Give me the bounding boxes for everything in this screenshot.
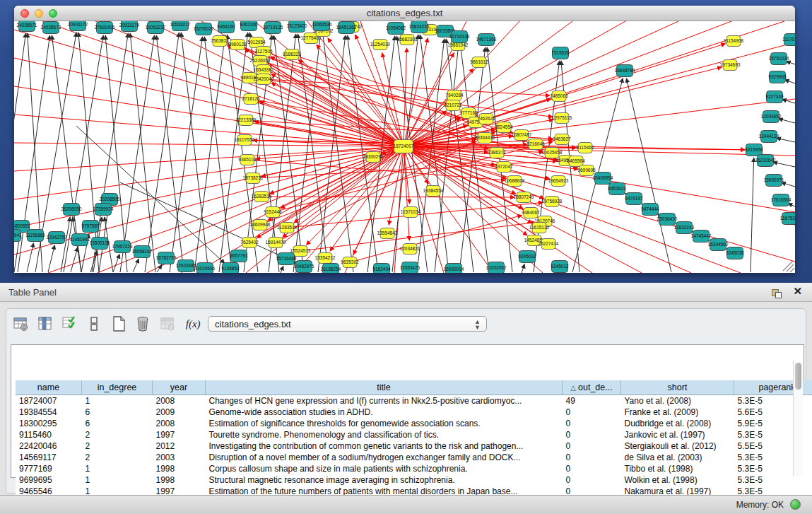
- graph-node[interactable]: 7485063: [550, 91, 568, 102]
- graph-node[interactable]: 12975115: [552, 113, 572, 124]
- table-row[interactable]: 1872400712008Changes of HCN gene express…: [16, 395, 812, 407]
- table-mode-icon[interactable]: [12, 315, 30, 333]
- table-cell[interactable]: 0: [563, 452, 621, 463]
- graph-node[interactable]: 10482975: [294, 261, 314, 273]
- graph-node[interactable]: 11553425: [400, 262, 420, 274]
- graph-node[interactable]: 9245032: [518, 251, 536, 263]
- graph-node[interactable]: 15682303: [397, 35, 418, 45]
- graph-node[interactable]: 16648784: [615, 65, 635, 77]
- graph-node[interactable]: 22060534: [312, 21, 332, 31]
- table-cell[interactable]: 1: [82, 463, 153, 474]
- table-row[interactable]: 969969511998Structural magnetic resonanc…: [16, 474, 812, 486]
- graph-node[interactable]: 9365103: [238, 155, 257, 165]
- graph-node[interactable]: 15276022: [194, 23, 214, 35]
- graph-node[interactable]: 4372047: [495, 162, 513, 173]
- graph-node[interactable]: 15930014: [444, 264, 464, 274]
- column-header-short[interactable]: short: [621, 380, 734, 395]
- column-header-name[interactable]: name: [16, 380, 82, 395]
- table-cell[interactable]: 2008: [153, 395, 206, 407]
- graph-node[interactable]: 9210722: [444, 100, 462, 111]
- graph-node[interactable]: 9162494: [372, 264, 391, 274]
- table-cell[interactable]: 19384554: [16, 407, 82, 418]
- table-row[interactable]: 2242004622012Investigating the contribut…: [16, 440, 812, 452]
- clear-selection-icon[interactable]: [85, 315, 103, 333]
- table-cell[interactable]: 2008: [153, 418, 206, 429]
- graph-node[interactable]: 14609948: [250, 220, 271, 230]
- graph-node[interactable]: 9152446: [264, 207, 282, 218]
- column-header-title[interactable]: title: [206, 380, 563, 395]
- table-cell[interactable]: 0: [563, 407, 621, 418]
- function-builder-icon[interactable]: f(x): [182, 315, 204, 333]
- graph-node[interactable]: 9797587: [81, 221, 100, 233]
- column-header-in-degree[interactable]: in_degree: [82, 380, 153, 395]
- graph-node[interactable]: 11451941: [70, 234, 90, 246]
- graph-node[interactable]: 9227349: [765, 91, 784, 103]
- graph-node[interactable]: 8215958: [745, 144, 763, 156]
- graph-node[interactable]: 6479197: [625, 193, 643, 205]
- graph-node[interactable]: 23364436: [475, 133, 495, 144]
- graph-node[interactable]: 11054082: [386, 23, 406, 35]
- graph-node[interactable]: 11571034: [401, 207, 421, 218]
- table-selector-dropdown[interactable]: citations_edges.txt ▲▼: [208, 316, 487, 332]
- table-cell[interactable]: 0: [563, 474, 621, 486]
- graph-node[interactable]: 9329966: [768, 71, 787, 83]
- graph-node[interactable]: 13554843: [377, 228, 398, 239]
- table-row[interactable]: 1938455462009Genome-wide association stu…: [16, 407, 812, 418]
- table-cell[interactable]: Tourette syndrome. Phenomenology and cla…: [206, 429, 563, 440]
- graph-node[interactable]: 17957223: [112, 241, 133, 253]
- graph-node[interactable]: 11675330: [780, 213, 795, 225]
- graph-node[interactable]: 25227414: [539, 239, 559, 250]
- graph-node[interactable]: 9136853: [221, 263, 240, 274]
- graph-node[interactable]: 20931174: [119, 21, 140, 32]
- graph-node[interactable]: 11170324: [782, 34, 795, 46]
- graph-node[interactable]: 9463627: [553, 134, 571, 145]
- table-cell[interactable]: 2: [82, 429, 153, 440]
- table-scrollbar[interactable]: [793, 361, 803, 476]
- graph-node[interactable]: 15716485: [276, 253, 297, 265]
- graph-node[interactable]: 18738231: [243, 173, 264, 184]
- graph-node[interactable]: 7462626: [477, 114, 495, 124]
- graph-node[interactable]: 18724007: [394, 140, 414, 153]
- table-cell[interactable]: 2012: [153, 440, 206, 452]
- table-cell[interactable]: Investigating the contribution of common…: [206, 440, 563, 452]
- graph-node[interactable]: 16210643: [755, 155, 776, 167]
- graph-node[interactable]: 20931172: [68, 21, 88, 31]
- network-graph[interactable]: 1830029519384554756382289601285912954312…: [14, 21, 795, 273]
- graph-node[interactable]: 25036430: [657, 214, 678, 226]
- graph-node[interactable]: 8461160: [240, 21, 258, 31]
- graph-node[interactable]: 18107552: [235, 135, 255, 146]
- column-header-year[interactable]: year: [153, 380, 206, 395]
- table-cell[interactable]: Genome-wide association studies in ADHD.: [206, 407, 563, 418]
- new-column-icon[interactable]: [110, 315, 128, 333]
- graph-node[interactable]: 9484067: [522, 208, 540, 218]
- graph-node[interactable]: 11024596: [195, 263, 216, 274]
- graph-node[interactable]: 12034821: [400, 244, 420, 255]
- table-cell[interactable]: 0: [563, 418, 621, 429]
- graph-node[interactable]: 19654923: [548, 176, 569, 187]
- graph-node[interactable]: 9699695: [577, 165, 596, 176]
- graph-node[interactable]: 16344560: [708, 239, 729, 251]
- graph-node[interactable]: 16782759: [156, 252, 177, 264]
- graph-node[interactable]: 2386372: [488, 148, 506, 158]
- graph-node[interactable]: 15824235: [409, 21, 430, 33]
- table-cell[interactable]: 2: [82, 440, 153, 452]
- graph-node[interactable]: 9466160: [217, 21, 235, 33]
- graph-node[interactable]: 8216046: [526, 139, 545, 150]
- delete-column-icon[interactable]: [134, 315, 152, 333]
- memory-status-indicator[interactable]: [790, 499, 801, 510]
- table-cell[interactable]: Jankovic et al. (1997): [621, 429, 734, 440]
- table-row[interactable]: 1456911722003Disruption of a novel membe…: [16, 452, 812, 463]
- graph-node[interactable]: 18451362: [336, 22, 357, 34]
- table-cell[interactable]: 1998: [153, 474, 206, 486]
- table-cell[interactable]: 0: [563, 440, 621, 452]
- table-cell[interactable]: 6: [82, 418, 153, 429]
- table-cell[interactable]: Stergiakouli et al. (2012): [621, 440, 734, 452]
- table-cell[interactable]: 18300295: [16, 418, 82, 429]
- graph-node[interactable]: 15123400: [287, 21, 307, 33]
- select-all-icon[interactable]: [61, 315, 79, 333]
- graph-node[interactable]: 23420046: [254, 74, 274, 85]
- table-cell[interactable]: 49: [563, 395, 621, 407]
- graph-node[interactable]: 9115460: [577, 143, 594, 153]
- graph-node[interactable]: 24035573: [41, 22, 61, 34]
- float-window-icon[interactable]: [772, 287, 782, 298]
